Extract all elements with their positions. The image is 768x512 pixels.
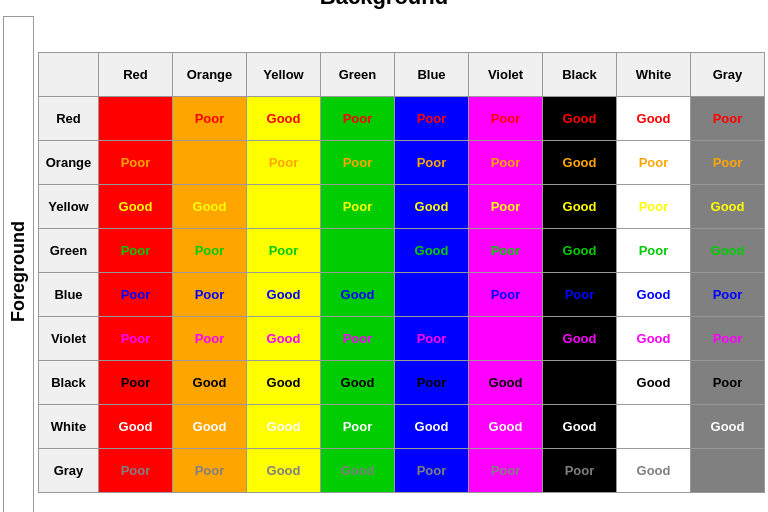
cell-8-0: Poor	[99, 448, 173, 492]
cell-0-2: Good	[247, 96, 321, 140]
cell-6-6	[543, 360, 617, 404]
cell-2-7: Poor	[617, 184, 691, 228]
cell-7-5: Good	[469, 404, 543, 448]
row-header-0: Red	[39, 96, 99, 140]
page-title: Background	[320, 0, 448, 10]
cell-8-4: Poor	[395, 448, 469, 492]
cell-6-5: Good	[469, 360, 543, 404]
table-row: RedPoorGoodPoorPoorPoorGoodGoodPoor	[39, 96, 765, 140]
cell-4-7: Good	[617, 272, 691, 316]
cell-7-0: Good	[99, 404, 173, 448]
cell-0-7: Good	[617, 96, 691, 140]
cell-8-7: Good	[617, 448, 691, 492]
cell-3-6: Good	[543, 228, 617, 272]
cell-5-8: Poor	[691, 316, 765, 360]
cell-8-6: Poor	[543, 448, 617, 492]
table-row: GreenPoorPoorPoorGoodPoorGoodPoorGood	[39, 228, 765, 272]
cell-7-6: Good	[543, 404, 617, 448]
cell-3-2: Poor	[247, 228, 321, 272]
cell-3-3	[321, 228, 395, 272]
col-header-4: Green	[321, 52, 395, 96]
cell-3-7: Poor	[617, 228, 691, 272]
row-header-5: Violet	[39, 316, 99, 360]
cell-6-3: Good	[321, 360, 395, 404]
cell-1-3: Poor	[321, 140, 395, 184]
cell-3-5: Poor	[469, 228, 543, 272]
col-header-7: Black	[543, 52, 617, 96]
cell-2-0: Good	[99, 184, 173, 228]
cell-2-1: Good	[173, 184, 247, 228]
cell-4-0: Poor	[99, 272, 173, 316]
cell-2-3: Poor	[321, 184, 395, 228]
col-header-0	[39, 52, 99, 96]
row-header-8: Gray	[39, 448, 99, 492]
cell-5-6: Good	[543, 316, 617, 360]
table-row: WhiteGoodGoodGoodPoorGoodGoodGoodGood	[39, 404, 765, 448]
cell-5-7: Good	[617, 316, 691, 360]
cell-7-7	[617, 404, 691, 448]
cell-2-5: Poor	[469, 184, 543, 228]
cell-1-1	[173, 140, 247, 184]
cell-4-4	[395, 272, 469, 316]
cell-6-8: Poor	[691, 360, 765, 404]
cell-7-3: Poor	[321, 404, 395, 448]
cell-3-4: Good	[395, 228, 469, 272]
cell-1-4: Poor	[395, 140, 469, 184]
col-header-1: Red	[99, 52, 173, 96]
cell-2-6: Good	[543, 184, 617, 228]
row-header-3: Green	[39, 228, 99, 272]
cell-1-8: Poor	[691, 140, 765, 184]
cell-0-8: Poor	[691, 96, 765, 140]
page-title-container: Background	[320, 0, 448, 16]
cell-5-3: Poor	[321, 316, 395, 360]
cell-1-0: Poor	[99, 140, 173, 184]
cell-0-3: Poor	[321, 96, 395, 140]
cell-4-3: Good	[321, 272, 395, 316]
cell-8-5: Poor	[469, 448, 543, 492]
col-header-9: Gray	[691, 52, 765, 96]
cell-4-8: Poor	[691, 272, 765, 316]
col-header-8: White	[617, 52, 691, 96]
cell-0-6: Good	[543, 96, 617, 140]
cell-0-1: Poor	[173, 96, 247, 140]
cell-4-1: Poor	[173, 272, 247, 316]
table-row: OrangePoorPoorPoorPoorPoorGoodPoorPoor	[39, 140, 765, 184]
table-row: BluePoorPoorGoodGoodPoorPoorGoodPoor	[39, 272, 765, 316]
cell-2-2	[247, 184, 321, 228]
cell-6-1: Good	[173, 360, 247, 404]
row-header-2: Yellow	[39, 184, 99, 228]
cell-8-1: Poor	[173, 448, 247, 492]
row-header-4: Blue	[39, 272, 99, 316]
cell-5-0: Poor	[99, 316, 173, 360]
cell-6-7: Good	[617, 360, 691, 404]
cell-8-3: Good	[321, 448, 395, 492]
row-header-7: White	[39, 404, 99, 448]
cell-5-5	[469, 316, 543, 360]
cell-6-2: Good	[247, 360, 321, 404]
row-header-1: Orange	[39, 140, 99, 184]
table-header-row: RedOrangeYellowGreenBlueVioletBlackWhite…	[39, 52, 765, 96]
col-header-5: Blue	[395, 52, 469, 96]
main-container: Foreground RedOrangeYellowGreenBlueViole…	[3, 16, 765, 512]
cell-1-6: Good	[543, 140, 617, 184]
cell-2-8: Good	[691, 184, 765, 228]
cell-0-4: Poor	[395, 96, 469, 140]
cell-8-8	[691, 448, 765, 492]
cell-7-1: Good	[173, 404, 247, 448]
cell-3-0: Poor	[99, 228, 173, 272]
col-header-3: Yellow	[247, 52, 321, 96]
cell-5-2: Good	[247, 316, 321, 360]
table-row: BlackPoorGoodGoodGoodPoorGoodGoodPoor	[39, 360, 765, 404]
col-header-2: Orange	[173, 52, 247, 96]
cell-4-2: Good	[247, 272, 321, 316]
cell-7-2: Good	[247, 404, 321, 448]
cell-3-1: Poor	[173, 228, 247, 272]
cell-5-4: Poor	[395, 316, 469, 360]
cell-1-5: Poor	[469, 140, 543, 184]
table-row: YellowGoodGoodPoorGoodPoorGoodPoorGood	[39, 184, 765, 228]
table-body: RedPoorGoodPoorPoorPoorGoodGoodPoorOrang…	[39, 96, 765, 492]
cell-4-5: Poor	[469, 272, 543, 316]
table-row: VioletPoorPoorGoodPoorPoorGoodGoodPoor	[39, 316, 765, 360]
cell-8-2: Good	[247, 448, 321, 492]
contrast-table: RedOrangeYellowGreenBlueVioletBlackWhite…	[38, 52, 765, 493]
